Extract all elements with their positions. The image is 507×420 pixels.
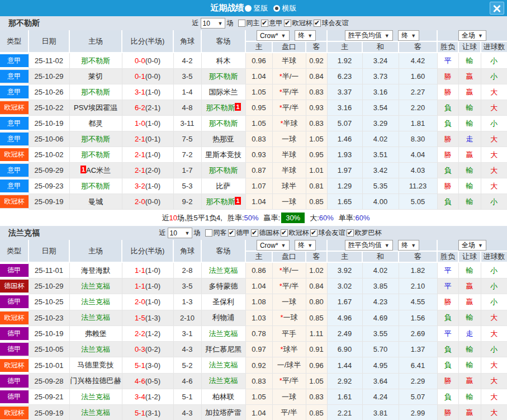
layout-option-vertical[interactable]: 竖版 [245,3,268,13]
away-team: 那不勒斯1 [201,194,245,210]
close-button[interactable] [490,2,504,15]
result-wdl: 負 [437,100,458,116]
home-team: 法兰克福 [69,342,122,357]
win-rate-label: 胜率: [228,213,244,223]
result-goals: 大 [481,357,507,373]
away-team: 利物浦 [201,310,245,325]
period-select[interactable]: 全场▼ [458,240,486,251]
euro-draw-odds: 3.16 [362,84,399,100]
match-score: 2-1(2-0) [122,163,173,178]
result-handicap: 走 [458,131,481,147]
match-date: 25-10-19 [29,325,69,341]
league-filter-checkbox[interactable]: ✔ [314,20,321,27]
league-filter-checkbox[interactable]: ✔ [347,229,354,237]
col-home: 主场 [69,30,122,53]
match-date: 25-10-23 [29,310,69,325]
match-score: 3-1(1-0) [122,84,173,100]
away-team: 那不勒斯 [201,163,245,178]
odds-time-value: 终 [298,31,305,40]
same-venue-label: 同主 [247,18,260,28]
rank-badge: 1 [235,197,240,205]
euro-draw-odds: 4.02 [362,262,399,279]
result-goals: 大 [481,131,507,147]
match-score: 4-6(0-5) [122,373,173,389]
euro-home-odds: 2.21 [327,405,362,420]
match-row: 德甲25-09-21法兰克福3-4(1-2)5-1柏林联1.05一球0.831.… [0,389,507,405]
home-team: 那不勒斯 [69,131,122,147]
radio-unselected-icon[interactable] [245,5,252,12]
match-count-select[interactable]: 10▼ [168,228,192,238]
away-team: 拜仁慕尼黑 [201,342,245,357]
col-asia-away: 客 [306,251,327,262]
match-date: 25-10-19 [29,116,69,131]
bookmaker-select[interactable]: Crow*▼ [257,30,290,41]
layout-option-horizontal[interactable]: 横版 [273,3,297,13]
asia-handicap: *平/半 [272,84,306,100]
col-score: 比分(半场) [122,30,173,53]
euro-away-odds: 4.55 [399,294,437,310]
result-wdl: 平 [437,325,458,341]
league-filter-checkbox[interactable]: ✔ [284,20,291,27]
euro-time-select[interactable]: 终▼ [398,240,419,251]
league-filter-checkbox[interactable]: ✔ [251,229,258,237]
asia-handicap: 平/半 [272,405,306,420]
corners: 3-1 [173,325,201,341]
result-handicap: 輸 [458,262,481,279]
asia-away-odds: 0.85 [306,405,327,420]
result-wdl: 負 [437,310,458,325]
away-team: 比萨 [201,178,245,194]
euro-time-select[interactable]: 终▼ [398,30,419,41]
euro-odds-value: 胜平负均值 [348,31,382,40]
league-filter-checkbox[interactable]: ✔ [261,20,268,27]
league-badge: 德甲 [0,342,29,357]
corners: 9-2 [173,194,201,210]
col-asia-away: 客 [306,41,327,53]
match-row: 意甲25-11-02那不勒斯0-0(0-0)4-2科木0.96半球0.921.9… [0,53,507,69]
league-badge: 欧冠杯 [0,194,29,210]
odds-time-select[interactable]: 终▼ [295,30,316,41]
league-badge: 欧冠杯 [0,147,29,163]
corners: 5-1 [173,389,201,405]
league-filter-label: 欧冠杯 [289,228,309,238]
euro-odds-header: 胜平负均值▼ 终▼ [327,240,437,251]
result-handicap: 輸 [458,163,481,178]
radio-selected-icon[interactable] [273,5,280,12]
euro-away-odds: 2.10 [399,279,437,294]
match-score: 5-1(3-0) [122,357,173,373]
col-eu-draw: 和 [362,41,399,53]
euro-away-odds: 11.23 [399,178,437,194]
league-badge: 意甲 [0,116,29,131]
result-wdl: 勝 [437,147,458,163]
bookmaker-select[interactable]: Crow*▼ [257,240,290,251]
match-score: 3-4(1-2) [122,389,173,405]
col-corner: 角球 [173,30,201,53]
corners: 4-8 [173,100,201,116]
corners: 1-4 [173,84,201,100]
single-rate-value: 60% [355,214,369,222]
league-filter-checkbox[interactable]: ✔ [310,229,318,237]
euro-odds-select[interactable]: 胜平负均值▼ [345,30,393,41]
away-team: 科木 [201,53,245,69]
chevron-down-icon: ▼ [411,243,416,248]
euro-home-odds: 1.29 [327,178,362,194]
result-wdl: 負 [437,342,458,357]
euro-home-odds: 4.96 [327,310,362,325]
euro-home-odds: 1.93 [327,147,362,163]
match-date: 25-10-05 [29,342,69,357]
away-team: 那不勒斯1 [201,100,245,116]
euro-odds-select[interactable]: 胜平负均值▼ [345,240,393,251]
match-count-select[interactable]: 10▼ [201,18,225,29]
league-filter-checkbox[interactable]: ✔ [281,229,288,237]
asia-home-odds: 1.07 [245,178,272,194]
asia-away-odds: 0.83 [306,116,327,131]
asia-away-odds: 1.05 [306,373,327,389]
corners: 4-2 [173,53,201,69]
league-filter-checkbox[interactable]: ✔ [228,229,235,237]
odds-time-select[interactable]: 终▼ [295,240,316,251]
league-badge: 意甲 [0,163,29,178]
same-venue-checkbox[interactable] [238,20,245,27]
result-goals: 大 [481,100,507,116]
period-select[interactable]: 全场▼ [458,30,486,41]
same-venue-checkbox[interactable] [205,229,212,237]
away-team: 多特蒙德 [201,279,245,294]
